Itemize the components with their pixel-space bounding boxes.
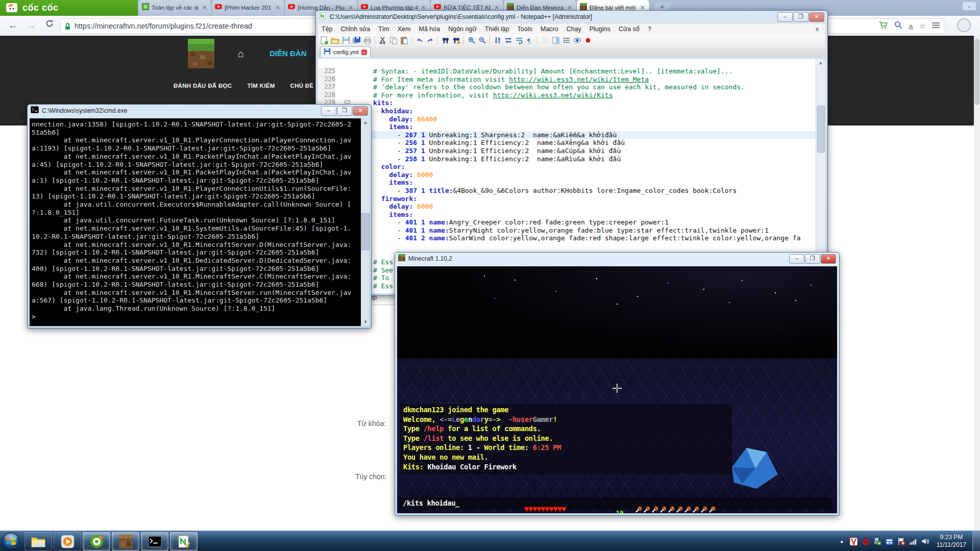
usb-tray-icon[interactable] (873, 537, 881, 545)
wrap-icon[interactable] (514, 36, 523, 45)
menu-item[interactable]: Plugins (586, 26, 614, 33)
nav-item[interactable]: ĐÁNH DẤU ĐÃ ĐỌC (174, 83, 232, 89)
replace-icon[interactable] (452, 36, 460, 45)
menu-item[interactable]: Chạy (563, 26, 585, 33)
window-caret-button[interactable]: ⌄ (963, 2, 976, 10)
tab-close-icon[interactable]: ✕ (274, 4, 281, 11)
options-label: Tùy chọn: (355, 472, 386, 481)
menu-item[interactable]: Xem (394, 26, 414, 33)
minimize-button[interactable]: – (321, 106, 336, 116)
menu-item[interactable]: Mã hóa (415, 26, 444, 33)
taskbar-button-notepad-plus-plus[interactable] (170, 532, 198, 551)
copy-icon[interactable] (389, 36, 398, 45)
code-line: 232− items: (318, 123, 816, 131)
forward-button[interactable]: → (27, 20, 36, 31)
bag-tray-icon[interactable] (862, 537, 870, 545)
sync-h-icon[interactable] (504, 36, 512, 45)
start-button[interactable] (2, 532, 20, 551)
magnifier-icon[interactable] (894, 21, 902, 31)
cart-icon[interactable] (878, 21, 888, 31)
taskbar-button-coc-coc-browser[interactable] (83, 532, 110, 551)
clock-date: 11/11/2017 (937, 541, 966, 549)
menu-item[interactable]: Chỉnh sửa (337, 26, 374, 33)
minimize-button[interactable]: – (777, 12, 793, 22)
refresh-button[interactable] (45, 19, 54, 31)
menu-item[interactable]: ? (644, 26, 655, 33)
save-icon[interactable] (341, 36, 350, 45)
symbols-icon[interactable]: ¶ (525, 36, 534, 45)
new-icon[interactable] (320, 36, 329, 45)
home-icon[interactable]: ⌂ (238, 48, 244, 60)
maximize-button[interactable]: ❒ (337, 106, 352, 116)
close-doc-icon[interactable]: x (361, 49, 367, 55)
menu-icon[interactable] (932, 21, 940, 31)
menu-item[interactable]: Macro (537, 26, 562, 33)
close-button[interactable]: × (821, 254, 836, 264)
show-desktop-button[interactable] (972, 531, 980, 551)
monitor-icon[interactable] (573, 36, 581, 45)
browser-tab[interactable]: Toàn tập về các dòng Ench✕ (139, 0, 212, 15)
sync-v-icon[interactable] (493, 36, 502, 45)
indent-icon[interactable] (541, 36, 549, 45)
zoom-in-icon[interactable] (467, 36, 476, 45)
menu-item[interactable]: Tools (514, 26, 536, 33)
menu-item[interactable]: Tệp (318, 26, 336, 33)
maximize-button[interactable]: ❒ (805, 254, 820, 264)
scroll-up-icon[interactable]: ▲ (361, 118, 370, 127)
menu-item[interactable]: Tìm (375, 26, 393, 33)
menu-item[interactable]: Thiết lập (481, 26, 513, 33)
minecraft-titlebar[interactable]: Minecraft 1.10.2 – ❒ × (395, 253, 839, 265)
hidden-icons-button[interactable]: ▲ (840, 539, 844, 544)
nav-item[interactable]: DIỄN ĐÀN (270, 49, 307, 58)
cmd-titlebar[interactable]: C:\Windows\system32\cmd.exe – ❒ × (28, 105, 371, 117)
close-button[interactable]: × (353, 106, 368, 116)
maximize-button[interactable]: ❒ (793, 12, 808, 22)
close-button[interactable]: × (809, 12, 824, 22)
taskbar-button-windows-explorer[interactable] (24, 532, 52, 551)
print-icon[interactable] (363, 36, 372, 45)
cmd-scrollbar[interactable]: ▲ ▼ (361, 118, 369, 326)
minecraft-grass-logo[interactable] (188, 39, 214, 70)
profile-avatar[interactable] (957, 18, 971, 32)
taskbar-button-windows-media-player[interactable] (54, 532, 81, 551)
menu-item[interactable]: Cửa sổ (615, 26, 643, 33)
page-scrollbar[interactable] (974, 36, 980, 531)
doc-tab-config-yml[interactable]: config.yml x (320, 46, 371, 57)
notepad-toolbar: ¶ (317, 34, 826, 46)
undo-icon[interactable] (415, 36, 424, 45)
back-button[interactable]: ← (8, 20, 18, 31)
youtube-favicon (288, 3, 295, 12)
flag-tray-icon[interactable] (897, 537, 905, 545)
find-icon[interactable] (441, 36, 450, 45)
scroll-up-icon[interactable]: ▲ (816, 59, 825, 67)
speaker-tray-icon[interactable] (921, 537, 929, 545)
font-icon[interactable]: ạ (909, 22, 913, 31)
ime-tray-icon[interactable] (885, 538, 894, 545)
menu-item[interactable]: Ngôn ngữ (445, 26, 480, 33)
minecraft-viewport[interactable]: dkmchan123 joined the gameWelcome, <-=Le… (397, 266, 837, 513)
taskbar-clock[interactable]: 9:23 PM 11/11/2017 (937, 534, 966, 549)
paste-icon[interactable] (400, 36, 408, 45)
taskbar-button-command-prompt[interactable] (141, 532, 168, 551)
tab-close-icon[interactable]: ✕ (201, 4, 208, 11)
signal-tray-icon[interactable] (909, 537, 917, 545)
open-icon[interactable] (331, 36, 339, 45)
save-all-icon[interactable] (352, 36, 361, 45)
taskbar-button-minecraft-server[interactable] (112, 532, 139, 551)
browser-tab[interactable]: [Phim Hacker 2016] Tôi là✕ (212, 0, 285, 15)
cut-icon[interactable] (378, 36, 387, 45)
menubar-close-icon[interactable]: x (812, 26, 822, 33)
notepad-titlebar[interactable]: C:\Users\Administrator\Desktop\Server\pl… (316, 11, 827, 23)
cmd-console[interactable]: nnection.java:1358) [spigot-1.10.2-R0.1-… (30, 118, 361, 326)
star-icon[interactable]: ☆ (919, 21, 926, 31)
rec-icon[interactable] (583, 36, 592, 45)
zoom-out-icon[interactable] (478, 36, 486, 45)
unikey-tray-icon[interactable] (849, 537, 858, 546)
func-list-icon[interactable] (562, 36, 571, 45)
minimize-button[interactable]: – (789, 254, 804, 264)
nav-item[interactable]: TÌM KIẾM (247, 83, 275, 89)
doc-map-icon[interactable] (551, 36, 560, 45)
redo-icon[interactable] (426, 36, 434, 45)
scroll-down-icon[interactable]: ▼ (361, 318, 370, 326)
chat-input[interactable]: /kits khoidau_ (400, 497, 832, 509)
